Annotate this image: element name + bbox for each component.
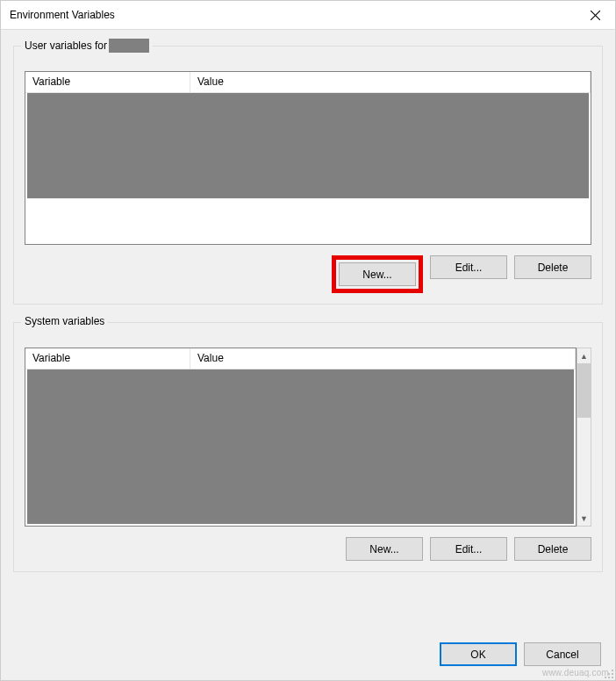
- user-list-redacted-rows: [27, 93, 589, 198]
- svg-point-5: [605, 677, 606, 678]
- system-variables-legend: System variables: [21, 315, 108, 327]
- username-redacted: [109, 39, 149, 53]
- scroll-down-icon[interactable]: ▼: [577, 511, 591, 526]
- user-list-body[interactable]: [25, 93, 591, 244]
- watermark-text: www.deuaq.com: [542, 668, 609, 677]
- highlight-new-button: New...: [332, 255, 423, 293]
- system-header-value[interactable]: Value: [190, 348, 576, 369]
- user-header-variable[interactable]: Variable: [25, 72, 190, 92]
- system-list-scrollbar[interactable]: ▲ ▼: [577, 348, 591, 527]
- user-new-button[interactable]: New...: [339, 262, 416, 286]
- system-edit-button[interactable]: Edit...: [430, 537, 507, 561]
- environment-variables-dialog: Environment Variables User variables for…: [0, 0, 616, 681]
- system-listview-wrap: Variable Value ▲ ▼: [25, 348, 591, 527]
- svg-point-3: [608, 673, 610, 675]
- scroll-thumb[interactable]: [577, 363, 591, 418]
- user-variables-legend: User variables for: [21, 39, 153, 53]
- dialog-footer: OK Cancel: [13, 637, 603, 668]
- svg-point-7: [612, 677, 613, 678]
- user-variables-legend-text: User variables for: [25, 39, 107, 52]
- dialog-client-area: User variables for Variable Value New...…: [1, 29, 615, 680]
- user-variables-group: User variables for Variable Value New...…: [13, 46, 603, 305]
- user-buttons-row: New... Edit... Delete: [25, 255, 591, 293]
- close-icon: [591, 11, 600, 20]
- user-delete-button[interactable]: Delete: [514, 255, 591, 279]
- system-new-button[interactable]: New...: [346, 537, 423, 561]
- system-list-body[interactable]: [25, 369, 576, 526]
- system-buttons-row: New... Edit... Delete: [25, 537, 591, 561]
- svg-point-2: [612, 670, 613, 671]
- system-variables-legend-text: System variables: [25, 315, 104, 327]
- svg-point-6: [608, 677, 610, 678]
- cancel-button[interactable]: Cancel: [524, 642, 601, 666]
- user-header-value[interactable]: Value: [190, 72, 591, 92]
- system-variables-list[interactable]: Variable Value: [25, 348, 577, 527]
- system-header-variable[interactable]: Variable: [25, 348, 190, 369]
- system-list-redacted-rows: [27, 369, 574, 524]
- ok-button[interactable]: OK: [440, 642, 517, 666]
- window-title: Environment Variables: [10, 9, 115, 21]
- system-variables-group: System variables Variable Value ▲ ▼: [13, 322, 603, 572]
- system-list-headers: Variable Value: [25, 348, 576, 369]
- resize-grip-icon[interactable]: [604, 669, 614, 679]
- user-variables-list[interactable]: Variable Value: [25, 71, 591, 245]
- user-list-headers: Variable Value: [25, 72, 591, 93]
- scroll-up-icon[interactable]: ▲: [577, 348, 591, 363]
- close-button[interactable]: [575, 1, 615, 29]
- system-delete-button[interactable]: Delete: [514, 537, 591, 561]
- user-edit-button[interactable]: Edit...: [430, 255, 507, 279]
- titlebar: Environment Variables: [1, 1, 615, 29]
- svg-point-4: [612, 673, 613, 675]
